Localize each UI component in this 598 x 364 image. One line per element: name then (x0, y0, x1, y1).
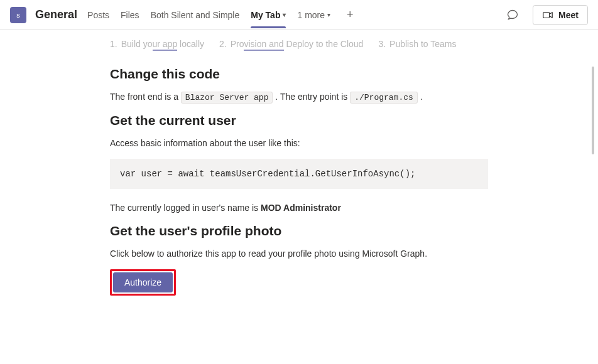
chat-icon[interactable] (503, 5, 523, 25)
heading-change-code: Change this code (110, 67, 488, 82)
code-block-user: var user = await teamsUserCredential.Get… (110, 159, 488, 189)
video-icon (542, 9, 553, 21)
content-area: 1. Build your app locally 2. Provision a… (0, 30, 598, 364)
change-code-text: The front end is a Blazor Server app . T… (110, 90, 488, 104)
meet-label: Meet (558, 10, 579, 20)
get-user-intro: Access basic information about the user … (110, 137, 488, 150)
header-actions: Meet (503, 5, 588, 25)
add-tab-button[interactable]: + (342, 8, 359, 21)
tab-label: My Tab (251, 10, 280, 20)
tab-my-tab[interactable]: My Tab ▾ (251, 3, 286, 28)
step-3[interactable]: 3. Publish to Teams (378, 39, 456, 49)
authorize-button[interactable]: Authorize (113, 272, 173, 292)
chevron-down-icon: ▾ (327, 11, 330, 18)
meet-button[interactable]: Meet (533, 5, 588, 25)
step-1[interactable]: 1. Build your app locally (110, 39, 204, 49)
tab-more[interactable]: 1 more ▾ (297, 3, 330, 28)
scrollbar-thumb[interactable] (592, 67, 594, 154)
channel-name[interactable]: General (35, 8, 77, 21)
channel-header: s General Posts Files Both Silent and Si… (0, 0, 598, 30)
logged-in-text: The currently logged in user's name is M… (110, 201, 488, 215)
scrollbar[interactable] (587, 30, 597, 364)
logged-in-name: MOD Administrator (261, 203, 341, 213)
tab-files[interactable]: Files (121, 3, 139, 28)
highlight-annotation: Authorize (110, 269, 176, 296)
tab-label: 1 more (297, 10, 325, 20)
step-nav: 1. Build your app locally 2. Provision a… (110, 30, 488, 49)
profile-photo-intro: Click below to authorize this app to rea… (110, 247, 488, 260)
heading-get-user: Get the current user (110, 113, 488, 128)
svg-rect-0 (543, 12, 550, 18)
code-program: ./Program.cs (350, 92, 418, 104)
step-2[interactable]: 2. Provision and Deploy to the Cloud (219, 39, 363, 49)
heading-profile-photo: Get the user's profile photo (110, 223, 488, 238)
tab-both-silent-simple[interactable]: Both Silent and Simple (151, 3, 240, 28)
app-icon: s (10, 7, 26, 23)
code-blazor: Blazor Server app (181, 92, 273, 104)
chevron-down-icon: ▾ (283, 11, 286, 18)
tab-list: Posts Files Both Silent and Simple My Ta… (87, 3, 500, 28)
tab-posts[interactable]: Posts (87, 3, 109, 28)
